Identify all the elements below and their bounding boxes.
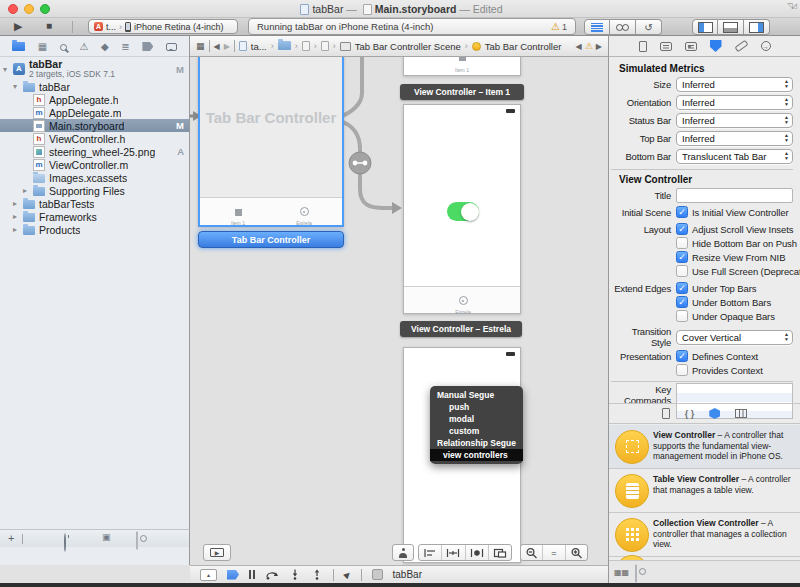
attributes-inspector-tab[interactable] <box>710 40 722 52</box>
tbc-tab-bar[interactable]: Item 1Estrela <box>200 197 342 225</box>
navigator-row[interactable]: AppDelegate.m <box>0 106 189 119</box>
add-file-button[interactable]: + <box>8 532 14 544</box>
assistant-editor-button[interactable] <box>610 19 636 35</box>
file-template-library-tab[interactable] <box>662 408 670 419</box>
step-over-icon[interactable] <box>265 569 279 580</box>
document-outline-toggle[interactable]: ▶ <box>203 544 231 561</box>
navigator-row[interactable]: ViewController.h <box>0 132 189 145</box>
segue-menu-item[interactable]: view controllers <box>430 449 523 461</box>
object-library-tab[interactable] <box>709 408 720 419</box>
checkbox[interactable] <box>676 237 688 249</box>
forward-button[interactable]: ▶ <box>224 42 230 51</box>
crumb-scene[interactable]: Tab Bar Controller Scene <box>355 41 461 52</box>
step-out-icon[interactable] <box>311 569 323 580</box>
pause-button[interactable] <box>249 570 255 579</box>
resolve-issues-button[interactable] <box>465 545 488 560</box>
symbol-navigator-tab[interactable]: ▦ <box>38 41 47 52</box>
library-item[interactable]: Table View Controller – A controller tha… <box>609 469 800 513</box>
disclosure-triangle[interactable]: ▾ <box>13 82 23 91</box>
run-button[interactable]: ▶ <box>14 20 22 33</box>
navigator-row[interactable]: steering_wheel-25.pngA <box>0 145 189 158</box>
navigator-row[interactable]: ▾tabBar <box>0 80 189 93</box>
code-snippet-library-tab[interactable]: { } <box>685 409 695 419</box>
tab-bar-controller-scene[interactable]: Tab Bar Controller Item 1Estrela <box>198 57 344 227</box>
resolve-layout-button[interactable] <box>392 544 414 561</box>
segue-menu-item[interactable]: push <box>430 401 523 413</box>
navigator-row[interactable]: ▸tabBarTests <box>0 197 189 210</box>
next-issue-button[interactable]: ▶ <box>596 42 602 51</box>
ui-switch[interactable] <box>447 202 479 221</box>
estrela-scene[interactable]: Estrela <box>403 104 521 314</box>
step-into-icon[interactable] <box>289 569 301 580</box>
segue-menu-item[interactable]: custom <box>430 425 523 437</box>
metric-status-bar-popup[interactable]: Inferred▲▼ <box>676 113 793 128</box>
scheme-selector[interactable]: A t... › iPhone Retina (4-inch) <box>88 19 238 34</box>
checkbox[interactable]: ✓ <box>676 223 688 235</box>
search-navigator-tab[interactable] <box>60 37 67 55</box>
zoom-out-button[interactable] <box>521 545 542 560</box>
fullscreen-icon[interactable]: ◹◿ <box>787 2 796 10</box>
checkbox[interactable]: ✓ <box>676 296 688 308</box>
scm-filter-icon[interactable]: ▣ <box>102 532 111 542</box>
checkbox[interactable] <box>676 265 688 277</box>
crumb-controller[interactable]: Tab Bar Controller <box>485 41 562 52</box>
standard-editor-button[interactable] <box>584 19 610 35</box>
disclosure-triangle[interactable]: ▸ <box>13 225 23 234</box>
checkbox[interactable]: ✓ <box>676 251 688 263</box>
debug-navigator-tab[interactable]: ≣ <box>121 41 129 52</box>
breakpoint-navigator-tab[interactable] <box>142 37 153 55</box>
identity-inspector-tab[interactable] <box>685 42 697 51</box>
issues-badge[interactable]: ⚠1 <box>551 21 567 32</box>
storyboard-canvas[interactable]: Tab Bar Controller Item 1Estrela Tab Bar… <box>190 57 608 565</box>
disclosure-triangle[interactable]: ▾ <box>3 65 13 74</box>
checkbox[interactable]: ✓ <box>676 282 688 294</box>
toggle-utilities-button[interactable] <box>744 19 770 35</box>
related-items-icon[interactable]: ▦ <box>196 41 205 51</box>
hide-debug-area-button[interactable]: ▴ <box>200 569 217 581</box>
item1-scene[interactable]: Item 1 <box>403 57 521 76</box>
crumb-project[interactable]: ta... <box>251 41 267 52</box>
segue-menu-item[interactable]: modal <box>430 413 523 425</box>
disclosure-triangle[interactable]: ▸ <box>13 212 23 221</box>
version-editor-button[interactable]: ↺ <box>636 19 662 35</box>
metric-orientation-popup[interactable]: Inferred▲▼ <box>676 95 793 110</box>
connections-inspector-tab[interactable]: → <box>761 41 771 51</box>
size-inspector-tab[interactable] <box>735 43 748 49</box>
checkbox[interactable] <box>676 310 688 322</box>
project-navigator-tab[interactable] <box>12 37 25 55</box>
estrela-tab-bar[interactable]: Estrela <box>404 286 520 313</box>
library-item[interactable]: View Controller – A controller that supp… <box>609 425 800 469</box>
checkbox[interactable]: ✓ <box>676 350 688 362</box>
navigator-row[interactable]: ▸Products <box>0 223 189 236</box>
navigator-row[interactable]: ▸Supporting Files <box>0 184 189 197</box>
checkbox[interactable]: ✓ <box>676 206 688 218</box>
title-field[interactable] <box>676 188 793 203</box>
back-button[interactable]: ◀ <box>214 42 220 51</box>
pin-button[interactable] <box>441 545 464 560</box>
quick-help-inspector-tab[interactable] <box>660 42 672 51</box>
disclosure-triangle[interactable]: ▸ <box>13 199 23 208</box>
align-button[interactable] <box>419 545 441 560</box>
zoom-100-button[interactable]: = <box>542 545 564 560</box>
library-search-field[interactable] <box>635 564 637 583</box>
library-item[interactable]: Collection View Controller – A controlle… <box>609 513 800 557</box>
test-navigator-tab[interactable]: ◆ <box>101 41 109 52</box>
tbc-tab-item[interactable]: Estrela <box>274 202 334 226</box>
library-view-toggle-icon[interactable]: ▦▦ <box>614 568 629 577</box>
debug-process-name[interactable]: tabBar <box>393 569 422 580</box>
tbc-scene-label[interactable]: Tab Bar Controller <box>198 231 344 248</box>
tbc-tab-item[interactable]: Item 1 <box>208 202 268 226</box>
navigator-row[interactable]: Main.storyboardM <box>0 119 189 132</box>
doc-crumb-icon[interactable] <box>302 41 310 51</box>
issue-navigator-tab[interactable]: ⚠ <box>79 41 88 52</box>
toggle-navigator-button[interactable] <box>692 19 718 35</box>
navigator-row[interactable]: ViewController.m <box>0 158 189 171</box>
item1-scene-label[interactable]: View Controller – Item 1 <box>400 84 524 100</box>
log-navigator-tab[interactable] <box>166 37 177 55</box>
recent-files-filter-icon[interactable] <box>64 534 66 552</box>
embed-button[interactable] <box>488 545 511 560</box>
navigator-row[interactable]: AppDelegate.h <box>0 93 189 106</box>
zoom-in-button[interactable] <box>565 545 587 560</box>
simulate-location-icon[interactable]: ▶ <box>342 569 353 580</box>
navigator-row[interactable]: Images.xcassets <box>0 171 189 184</box>
